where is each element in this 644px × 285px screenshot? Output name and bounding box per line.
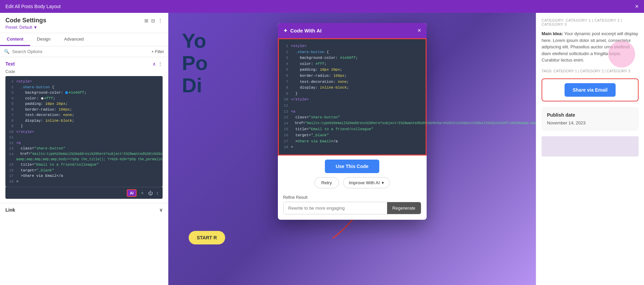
ai-modal: ✦ Code With AI × 1<style> 2 .share-butto… <box>278 23 427 220</box>
power-icon[interactable]: ⏻ <box>148 190 153 196</box>
preset-dropdown[interactable]: Preset: Default ▼ <box>5 25 38 30</box>
wand-icon: ✦ <box>283 28 288 34</box>
panel-tabs: Content Design Advanced <box>0 33 168 46</box>
section-header: Text ∧ ⋮ <box>5 61 163 67</box>
publish-date-value: November 14, 2023 <box>547 120 633 125</box>
publish-date-title: Publish date <box>547 112 633 118</box>
tab-design[interactable]: Design <box>30 33 57 46</box>
main-area: Code Settings ⊞ ⊟ ⋮ Preset: Default ▼ Co… <box>0 13 644 285</box>
improve-with-ai-button[interactable]: Improve With AI ▾ <box>343 177 390 188</box>
section-actions: ∧ ⋮ <box>152 61 163 67</box>
section-more-icon[interactable]: ⋮ <box>158 61 163 67</box>
refine-section: Refine Result Regenerate <box>278 192 427 220</box>
modal-header: ✦ Code With AI × <box>278 23 427 38</box>
text-section: Text ∧ ⋮ Code 1<style> 2 .share-button {… <box>0 57 168 203</box>
categories-label: CATEGORY: CATEGORY 1 | CATEGORY 2 | CATE… <box>542 18 639 26</box>
refine-input[interactable] <box>284 202 387 214</box>
modal-title: ✦ Code With AI <box>283 28 322 34</box>
right-panel: CATEGORY: CATEGORY 1 | CATEGORY 2 | CATE… <box>536 13 644 285</box>
subsection-label: Code <box>5 69 163 74</box>
regenerate-button[interactable]: Regenerate <box>387 202 421 214</box>
search-icon: 🔍 <box>4 49 9 54</box>
panel-header: Code Settings ⊞ ⊟ ⋮ Preset: Default ▼ <box>0 13 168 33</box>
bottom-section <box>542 136 639 157</box>
publish-card: Publish date November 14, 2023 <box>542 107 639 131</box>
link-chevron-icon[interactable]: ∨ <box>159 207 163 213</box>
section-title: Text <box>5 61 15 67</box>
retry-button[interactable]: Retry <box>314 177 339 188</box>
tab-advanced[interactable]: Advanced <box>57 33 91 46</box>
add-icon[interactable]: ＋ <box>140 190 145 196</box>
modal-actions: Retry Improve With AI ▾ <box>278 177 427 192</box>
title-bar-close-button[interactable]: × <box>635 3 639 10</box>
title-bar: Edit All Posts Body Layout × <box>0 0 644 13</box>
sort-icon[interactable]: ↕ <box>156 190 159 196</box>
middle-preview-area: Yo Po Di START R ✦ Code With AI × <box>168 13 536 285</box>
filter-button[interactable]: + Filter <box>151 49 164 54</box>
panel-title: Code Settings <box>5 17 46 24</box>
tab-content[interactable]: Content <box>0 33 30 46</box>
improve-chevron-icon: ▾ <box>382 180 384 185</box>
tags-label: TAGS: CATEGORY 1 | CATEGORY 2 | CATEGORY… <box>542 69 639 73</box>
code-editor[interactable]: 1<style> 2 .share-button { 3 background-… <box>5 76 163 187</box>
modal-body: 1<style> 2 .share-button { 3 background-… <box>278 38 427 220</box>
more-options-icon[interactable]: ⋮ <box>158 18 163 23</box>
left-panel: Code Settings ⊞ ⊟ ⋮ Preset: Default ▼ Co… <box>0 13 168 285</box>
use-this-code-button[interactable]: Use This Code <box>325 160 379 173</box>
search-input[interactable] <box>12 49 149 54</box>
refine-input-row: Regenerate <box>283 202 421 214</box>
panel-search: 🔍 + Filter <box>0 46 168 57</box>
modal-code-display: 1<style> 2 .share-button { 3 background-… <box>278 38 427 156</box>
share-via-email-button[interactable]: Share via Email <box>565 83 616 97</box>
share-email-section: Share via Email <box>542 78 639 101</box>
preview-heading: Yo Po Di <box>182 30 208 97</box>
section-collapse-icon[interactable]: ∧ <box>152 61 156 67</box>
decorative-shape <box>608 41 635 68</box>
start-button[interactable]: START R <box>189 231 225 244</box>
title-bar-title: Edit All Posts Body Layout <box>5 4 61 9</box>
columns-icon[interactable]: ⊟ <box>151 18 155 23</box>
link-title[interactable]: Link ∨ <box>5 207 163 213</box>
refine-label: Refine Result <box>283 195 421 200</box>
expand-icon[interactable]: ⊞ <box>144 18 148 23</box>
ai-button[interactable]: AI <box>127 189 137 197</box>
code-toolbar: AI ＋ ⏻ ↕ <box>5 187 163 199</box>
modal-close-button[interactable]: × <box>418 27 421 34</box>
link-section: Link ∨ <box>0 203 168 217</box>
